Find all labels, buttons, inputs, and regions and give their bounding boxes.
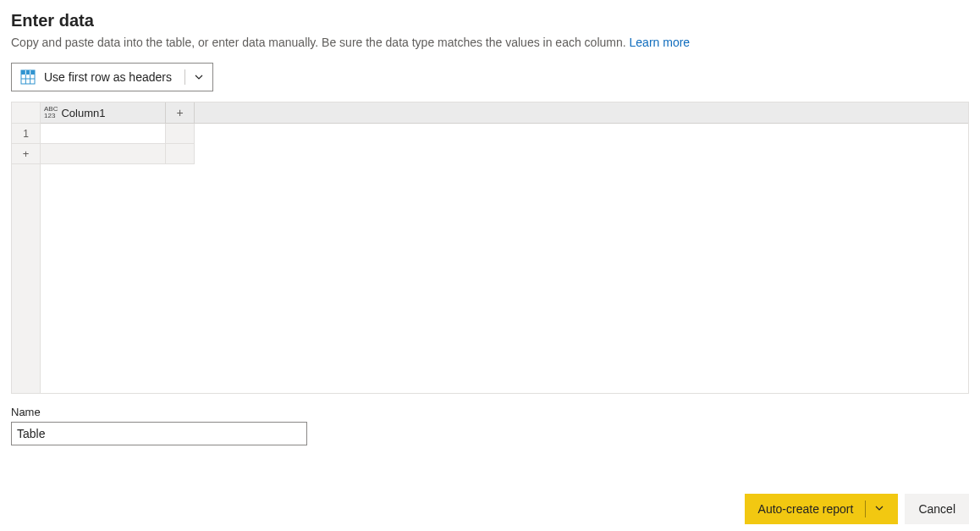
- grid-add-row-filler: [41, 144, 166, 164]
- page-subtitle: Copy and paste data into the table, or e…: [11, 36, 969, 49]
- chevron-down-icon[interactable]: [874, 502, 884, 516]
- table-headers-icon: [20, 69, 36, 85]
- grid-empty: [195, 144, 968, 164]
- subtitle-text: Copy and paste data into the table, or e…: [11, 36, 630, 49]
- grid-cell[interactable]: [41, 124, 166, 144]
- grid-cell-add-col-filler: [166, 124, 195, 144]
- chevron-down-icon[interactable]: [194, 72, 204, 82]
- grid-empty: [195, 124, 968, 144]
- datatype-abc123-icon: ABC 123: [44, 106, 58, 119]
- row-gutter-fill: [12, 164, 41, 393]
- toolbar-divider: [184, 69, 185, 85]
- auto-create-report-button[interactable]: Auto-create report: [745, 494, 899, 524]
- use-first-row-label: Use first row as headers: [44, 70, 172, 84]
- cancel-button[interactable]: Cancel: [905, 494, 969, 524]
- button-divider: [865, 501, 866, 517]
- grid-add-row-filler: [166, 144, 195, 164]
- use-first-row-as-headers-button[interactable]: Use first row as headers: [11, 63, 213, 91]
- add-column-button[interactable]: +: [166, 102, 195, 124]
- learn-more-link[interactable]: Learn more: [630, 36, 691, 49]
- header-fill: [195, 102, 968, 124]
- column-header-label: Column1: [61, 107, 105, 119]
- data-grid: ABC 123 Column1 + 1 +: [11, 102, 969, 394]
- name-label: Name: [11, 406, 969, 418]
- row-number[interactable]: 1: [12, 124, 41, 144]
- add-row-button[interactable]: +: [12, 144, 41, 164]
- svg-rect-1: [21, 70, 35, 75]
- grid-corner: [12, 102, 41, 124]
- footer-buttons: Auto-create report Cancel: [745, 494, 969, 524]
- name-field-block: Name: [11, 406, 969, 445]
- primary-button-label: Auto-create report: [758, 502, 854, 516]
- page-title: Enter data: [11, 11, 969, 30]
- column-header[interactable]: ABC 123 Column1: [41, 102, 166, 124]
- table-name-input[interactable]: [11, 422, 307, 445]
